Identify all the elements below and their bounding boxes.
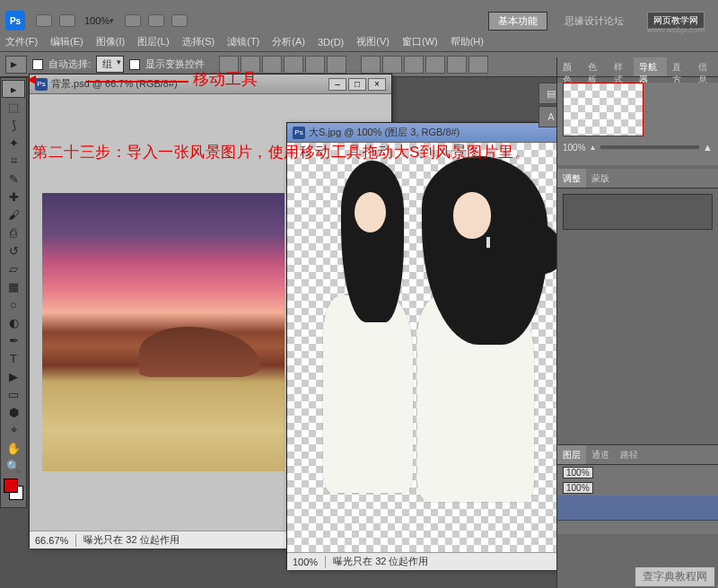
align-vcenter-button[interactable] [241,56,260,74]
history-back-button[interactable] [36,14,52,27]
align-left-button[interactable] [284,56,303,74]
dodge-tool[interactable]: ◐ [2,313,25,331]
brush-tool[interactable]: 🖌 [2,206,25,224]
tab-masks[interactable]: 蒙版 [586,169,615,188]
doc2-zoom: 100% [293,557,318,567]
tab-color[interactable]: 颜色 [557,57,582,76]
menu-help[interactable]: 帮助(H) [451,35,484,48]
color-swatches[interactable] [1,478,26,505]
menu-edit[interactable]: 编辑(E) [50,35,83,48]
doc2-title: 大S.jpg @ 100% (图层 3, RGB/8#) [309,126,564,139]
toolbox: ▸ ⬚ ⟆ ✦ ⌗ ✎ ✚ 🖌 ⎙ ↺ ▱ ▦ ○ ◐ ✒ T ▶ ▭ ⬢ ⌖ … [0,77,27,508]
nav-zoom-value: 100% [563,143,586,153]
align-bottom-button[interactable] [262,56,282,74]
opacity-value[interactable]: 100% [563,467,593,478]
app-titlebar: Ps 100% ▾ 基本功能 思缘设计论坛 网页教学网 [0,9,718,32]
tab-histogram[interactable]: 直方 [667,57,692,76]
blur-tool[interactable]: ○ [2,295,25,313]
tab-styles[interactable]: 样式 [609,57,634,76]
stamp-tool[interactable]: ⎙ [2,224,25,241]
view-mode-button[interactable] [125,14,141,27]
lasso-tool[interactable]: ⟆ [2,116,25,134]
menu-filter[interactable]: 滤镜(T) [227,35,259,48]
menu-view[interactable]: 视图(V) [356,35,390,48]
tab-swatches[interactable]: 色板 [582,57,608,76]
gradient-tool[interactable]: ▦ [2,277,25,295]
nav-panel-tabs: 颜色 色板 样式 导航器 直方 信息 [557,57,718,77]
menu-image[interactable]: 图像(I) [96,35,125,48]
quick-select-tool[interactable]: ✦ [2,134,25,152]
menu-3d[interactable]: 3D(D) [318,37,344,48]
person-figure-2 [404,156,565,506]
layers-panel: 图层 通道 路径 100% 100% [557,444,718,534]
healing-tool[interactable]: ✚ [2,188,25,206]
move-tool[interactable]: ▸ [2,80,25,98]
eraser-tool[interactable]: ▱ [2,259,25,277]
tab-navigator[interactable]: 导航器 [634,57,667,76]
distribute-vcenter-button[interactable] [382,56,402,74]
menu-layer[interactable]: 图层(L) [137,35,169,48]
bottom-watermark: 查字典教程网 [635,567,714,586]
screen-mode-button[interactable] [148,14,164,27]
tab-info[interactable]: 信息 [693,57,718,76]
tab-channels[interactable]: 通道 [586,445,615,464]
watermark-url: www.webjx.com [647,25,705,34]
layer-row-active[interactable] [557,496,718,521]
marquee-tool[interactable]: ⬚ [2,98,25,116]
crop-tool[interactable]: ⌗ [2,152,25,170]
ps-logo: Ps [5,11,25,31]
show-transform-label: 显示变换控件 [145,57,205,71]
doc1-maximize-button[interactable]: □ [348,78,366,91]
zoom-tool[interactable]: 🔍 [2,457,25,475]
tab-paths[interactable]: 路径 [615,445,644,464]
text-tool[interactable]: T [2,349,25,367]
path-select-tool[interactable]: ▶ [2,367,25,385]
menu-file[interactable]: 文件(F) [5,35,38,48]
auto-select-dropdown[interactable]: 组 [96,56,124,73]
watermark-text-1: 思缘设计论坛 [565,14,624,28]
workspace-switcher[interactable]: 基本功能 [488,12,547,31]
foreground-color[interactable] [4,478,18,493]
doc2-status-text: 曝光只在 32 位起作用 [333,555,428,568]
menu-bar: 文件(F) 编辑(E) 图像(I) 图层(L) 选择(S) 滤镜(T) 分析(A… [0,32,718,52]
shape-tool[interactable]: ▭ [2,385,25,403]
doc1-titlebar[interactable]: Ps 背景.psd @ 66.7% (RGB/8#) – □ × [30,75,391,94]
zoom-dropdown-icon[interactable]: ▾ [109,16,114,25]
nav-zoom-slider[interactable] [600,145,700,149]
tab-adjustments[interactable]: 调整 [557,169,586,188]
fill-value[interactable]: 100% [563,482,593,494]
pen-tool[interactable]: ✒ [2,331,25,349]
align-hcenter-button[interactable] [305,56,325,74]
history-brush-tool[interactable]: ↺ [2,241,25,259]
show-transform-checkbox[interactable] [129,59,140,70]
menu-window[interactable]: 窗口(W) [402,35,438,48]
align-right-button[interactable] [327,56,346,74]
annotation-line [85,81,188,83]
annotation-arrow-icon [27,75,36,84]
menu-select[interactable]: 选择(S) [182,35,215,48]
doc1-close-button[interactable]: × [368,78,386,91]
align-top-button[interactable] [219,56,239,74]
navigator-thumbnail[interactable] [563,83,644,136]
distribute-right-button[interactable] [468,56,488,74]
doc1-status-text: 曝光只在 32 位起作用 [83,533,179,547]
distribute-bottom-button[interactable] [404,56,424,74]
distribute-left-button[interactable] [425,56,445,74]
3d-camera-tool[interactable]: ⌖ [2,421,25,439]
arrange-button[interactable] [171,14,188,27]
doc1-minimize-button[interactable]: – [328,78,346,91]
ps-doc-icon: Ps [35,78,48,91]
current-tool-icon[interactable] [5,56,27,74]
tab-layers[interactable]: 图层 [557,445,586,464]
distribute-hcenter-button[interactable] [447,56,467,74]
eyedropper-tool[interactable]: ✎ [2,170,25,188]
history-fwd-button[interactable] [59,14,75,27]
right-panel-dock: 颜色 色板 样式 导航器 直方 信息 100% ▲ ▲ 调整 蒙版 图层 通道 … [556,57,718,588]
distribute-top-button[interactable] [361,56,381,74]
3d-tool[interactable]: ⬢ [2,403,25,421]
hand-tool[interactable]: ✋ [2,439,25,457]
doc1-title: 背景.psd @ 66.7% (RGB/8#) [51,77,328,91]
auto-select-checkbox[interactable] [32,59,43,70]
ps-doc-icon: Ps [293,127,305,139]
menu-analysis[interactable]: 分析(A) [272,35,305,48]
